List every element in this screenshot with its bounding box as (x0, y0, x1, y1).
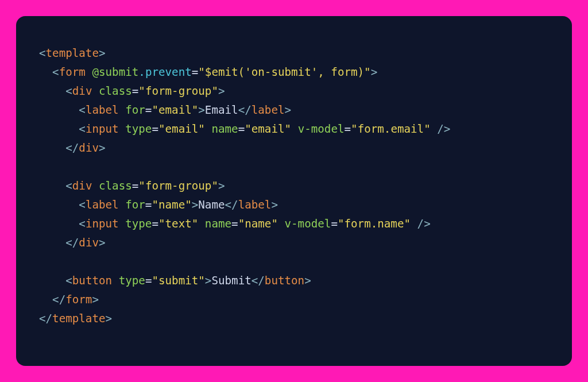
code-token: type (125, 217, 152, 230)
code-token (86, 65, 92, 79)
code-token: /> (417, 217, 431, 230)
code-token (112, 274, 119, 287)
code-token: div (79, 141, 99, 155)
code-token: </ (39, 312, 52, 325)
code-line: <label for="name">Name</label> (39, 198, 278, 211)
code-token (92, 84, 99, 98)
code-token: label (238, 198, 272, 211)
code-token: > (285, 103, 292, 117)
code-token: "form.email" (351, 122, 431, 136)
code-token: class (99, 84, 132, 98)
code-token: "name" (238, 217, 278, 230)
code-line: </template> (39, 312, 112, 325)
code-token (198, 217, 205, 230)
code-line (39, 255, 46, 268)
code-token: </ (65, 236, 79, 249)
code-token: = (132, 179, 139, 192)
code-token (411, 217, 417, 230)
code-token: < (52, 65, 59, 79)
code-token: > (92, 293, 99, 306)
code-token: < (79, 198, 86, 211)
code-token (39, 122, 79, 136)
code-token: /> (437, 122, 450, 136)
code-token: div (79, 236, 99, 249)
code-line: <button type="submit">Submit</button> (39, 274, 311, 287)
code-token: = (145, 103, 152, 117)
code-token: v-model (298, 122, 345, 136)
code-token (431, 122, 438, 136)
code-line: <label for="email">Email</label> (39, 103, 291, 117)
code-token: > (205, 274, 212, 287)
code-token (39, 255, 46, 268)
code-token: name (211, 122, 238, 136)
code-token (278, 217, 285, 230)
code-panel: <template> <form @submit.prevent="$emit(… (16, 16, 572, 366)
code-token (39, 198, 79, 211)
code-token: > (198, 103, 205, 117)
code-token (39, 141, 65, 155)
code-token: type (119, 274, 145, 287)
code-token: > (218, 84, 225, 98)
code-token: > (99, 47, 106, 60)
code-token: > (99, 141, 106, 155)
code-token (39, 236, 65, 249)
code-token: "text" (158, 217, 198, 230)
code-token: name (205, 217, 231, 230)
code-line: <input type="text" name="name" v-model="… (39, 217, 431, 230)
code-token: label (86, 198, 119, 211)
code-token: input (86, 122, 119, 136)
code-token: = (152, 122, 158, 136)
code-token: = (145, 198, 152, 211)
code-token: "email" (158, 122, 205, 136)
code-token: v-model (285, 217, 331, 230)
code-token (39, 274, 65, 287)
code-token: div (72, 179, 92, 192)
code-token: "$emit('on-submit', form)" (198, 65, 370, 79)
code-token: </ (225, 198, 238, 211)
code-token (119, 198, 126, 211)
code-token: "email" (245, 122, 291, 136)
code-token: Name (198, 198, 225, 211)
code-token: form (65, 293, 92, 306)
code-token: template (46, 47, 99, 60)
code-token: < (79, 217, 86, 230)
code-token: .prevent (138, 65, 191, 79)
code-token: label (252, 103, 285, 117)
code-token: class (99, 179, 132, 192)
code-token: < (79, 103, 86, 117)
code-token: input (86, 217, 119, 230)
code-token: = (192, 65, 199, 79)
code-token: </ (238, 103, 252, 117)
code-token: = (331, 217, 338, 230)
code-token: = (152, 217, 158, 230)
code-token: "form.name" (338, 217, 411, 230)
code-token: > (99, 236, 106, 249)
code-line: <div class="form-group"> (39, 84, 225, 98)
code-token (92, 179, 99, 192)
code-snippet: <template> <form @submit.prevent="$emit(… (39, 44, 549, 328)
code-line: <input type="email" name="email" v-model… (39, 122, 450, 136)
code-token: = (145, 274, 152, 287)
code-token: < (79, 122, 86, 136)
code-token: button (72, 274, 112, 287)
code-token (39, 217, 79, 230)
code-line: <form @submit.prevent="$emit('on-submit'… (39, 65, 377, 79)
code-token: label (86, 103, 119, 117)
code-token: = (238, 122, 245, 136)
code-token: for (125, 103, 145, 117)
code-token (39, 160, 46, 173)
code-token (39, 293, 52, 306)
code-token: > (371, 65, 378, 79)
code-token (39, 65, 52, 79)
code-token: < (65, 274, 72, 287)
code-token: > (271, 198, 278, 211)
code-token: < (39, 47, 46, 60)
code-line: </form> (39, 293, 99, 306)
code-token: </ (65, 141, 79, 155)
code-token: @submit (92, 65, 138, 79)
code-token: Email (205, 103, 238, 117)
code-token (39, 84, 65, 98)
code-token: "submit" (152, 274, 204, 287)
code-token: "form-group" (138, 84, 218, 98)
code-token (119, 217, 126, 230)
